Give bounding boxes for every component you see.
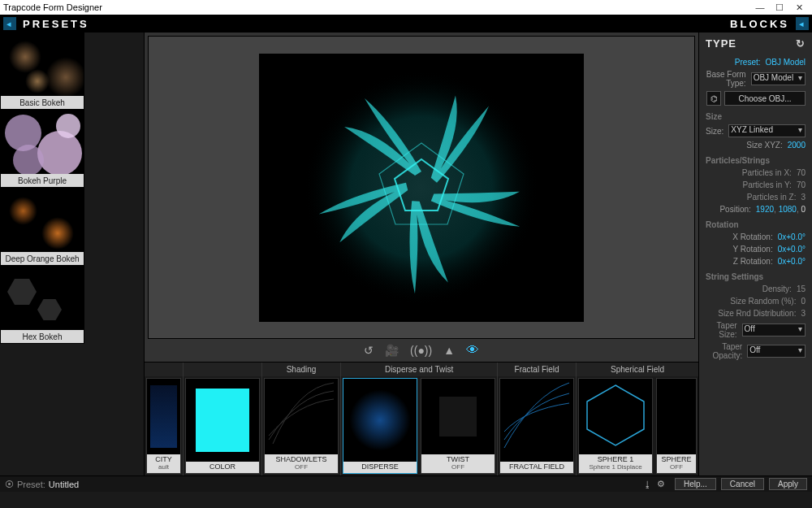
block-thumb — [421, 379, 495, 454]
settings-icon[interactable]: ⚙ — [657, 479, 665, 489]
block-twist[interactable]: TWISTOFF — [421, 378, 495, 474]
particles-y[interactable]: 70 — [797, 180, 806, 189]
preset-basic-bokeh[interactable]: Basic Bokeh — [0, 33, 84, 110]
presets-collapse-icon[interactable]: ◂ — [3, 17, 16, 30]
block-thumb — [579, 379, 652, 454]
type-title: TYPE — [706, 37, 736, 50]
help-button[interactable]: Help... — [675, 478, 716, 490]
minimize-icon[interactable]: — — [750, 2, 770, 12]
footer-bar: ⦿ Preset: Untitled ⭳ ⚙ Help... Cancel Ap… — [0, 475, 812, 492]
block-thumb — [657, 379, 696, 454]
taperop-dropdown[interactable]: Off — [747, 345, 806, 358]
density-value[interactable]: 15 — [797, 284, 806, 293]
visibility-icon[interactable]: 👁 — [466, 343, 479, 358]
position-value[interactable]: 1920, 1080, 0 — [756, 205, 806, 214]
particles-x[interactable]: 70 — [797, 168, 806, 177]
svg-point-0 — [304, 70, 539, 306]
preview-area: ↺ 🎥 ((●)) ▲ 👁 CITYault — [145, 33, 698, 475]
maximize-icon[interactable]: ☐ — [770, 2, 789, 13]
block-fractal-field[interactable]: FRACTAL FIELD — [499, 378, 574, 474]
undo-icon[interactable]: ↺ — [364, 344, 374, 357]
taper-dropdown[interactable]: Off — [742, 323, 806, 336]
refresh-icon[interactable]: ↻ — [796, 37, 806, 50]
blocks-strip: CITYault COLOR Shading S — [145, 362, 698, 475]
thumbnail — [1, 111, 84, 174]
preset-value[interactable]: OBJ Model — [766, 58, 806, 67]
back-icon[interactable]: ⦿ — [5, 480, 14, 489]
block-group-spherical: Spherical Field — [577, 363, 698, 376]
sizerand-value[interactable]: 0 — [801, 297, 806, 306]
block-opacity[interactable]: CITYault — [146, 378, 181, 474]
size-xyz-value[interactable]: 2000 — [788, 141, 806, 150]
thumbnail — [1, 267, 84, 330]
block-shadowlets[interactable]: SHADOWLETSOFF — [264, 378, 339, 474]
motion-blur-icon[interactable]: ((●)) — [410, 344, 432, 357]
block-thumb — [265, 379, 338, 454]
cancel-button[interactable]: Cancel — [721, 478, 764, 490]
type-panel: TYPE↻ Preset:OBJ Model Base Form Type:OB… — [698, 33, 812, 475]
presets-header: PRESETS — [19, 18, 93, 30]
z-rotation[interactable]: 0x+0.0° — [778, 257, 806, 266]
block-group-fractal: Fractal Field — [498, 363, 576, 376]
x-rotation[interactable]: 0x+0.0° — [778, 232, 806, 241]
choose-obj-button[interactable]: Choose OBJ... — [724, 91, 806, 106]
camera-icon[interactable]: 🎥 — [385, 344, 399, 357]
baseform-dropdown[interactable]: OBJ Model — [751, 72, 806, 85]
preset-deep-orange-bokeh[interactable]: Deep Orange Bokeh — [0, 188, 84, 266]
thumbnail — [1, 189, 84, 252]
apply-button[interactable]: Apply — [769, 478, 807, 490]
perspective-icon[interactable]: ▲ — [443, 344, 455, 357]
save-icon[interactable]: ⭳ — [643, 480, 652, 489]
block-sphere-1[interactable]: SPHERE 1Sphere 1 Displace — [578, 378, 653, 474]
block-group-shading: Shading — [262, 363, 340, 376]
block-thumb — [186, 379, 259, 462]
svg-marker-3 — [587, 385, 644, 445]
block-sphere-2[interactable]: SPHEREOFF — [656, 378, 697, 474]
close-icon[interactable]: ✕ — [789, 2, 809, 13]
block-thumb — [343, 379, 417, 462]
window-titlebar: Trapcode Form Designer — ☐ ✕ — [0, 0, 812, 15]
preset-bokeh-purple[interactable]: Bokeh Purple — [0, 110, 84, 188]
thumbnail — [1, 33, 84, 96]
block-thumb — [147, 379, 180, 454]
block-disperse[interactable]: DISPERSE — [343, 378, 417, 474]
block-group-disperse: Disperse and Twist — [341, 363, 497, 376]
footer-preset-name[interactable]: Untitled — [49, 480, 79, 489]
y-rotation[interactable]: 0x+0.0° — [778, 245, 806, 254]
preview-canvas[interactable] — [259, 54, 584, 322]
presets-panel: Basic Bokeh Bokeh Purple — [0, 33, 145, 475]
preset-hex-bokeh[interactable]: Hex Bokeh — [0, 266, 84, 344]
app-title: Trapcode Form Designer — [3, 2, 102, 12]
blocks-collapse-icon[interactable]: ◂ — [796, 17, 809, 30]
block-thumb — [500, 379, 573, 462]
sizegrad-value[interactable]: 3 — [801, 309, 806, 318]
size-dropdown[interactable]: XYZ Linked — [728, 124, 806, 137]
blocks-header: BLOCKS — [727, 18, 793, 30]
canvas-toolbar: ↺ 🎥 ((●)) ▲ 👁 — [145, 339, 698, 362]
particles-z[interactable]: 3 — [801, 193, 806, 202]
obj-icon: ⌬ — [706, 91, 721, 106]
block-color[interactable]: COLOR — [185, 378, 260, 474]
canvas-wrap — [148, 36, 695, 339]
header-bar: ◂ PRESETS BLOCKS ◂ — [0, 15, 812, 33]
